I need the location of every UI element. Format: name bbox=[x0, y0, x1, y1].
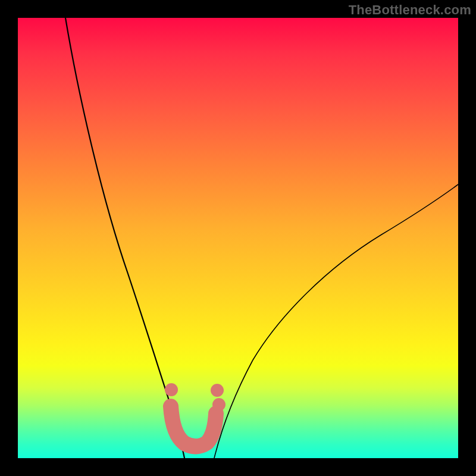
valley-dot-right-upper bbox=[211, 384, 224, 397]
valley-dot-left bbox=[165, 383, 178, 396]
chart-frame: TheBottleneck.com bbox=[0, 0, 476, 476]
plot-area bbox=[18, 18, 458, 458]
valley-marker bbox=[171, 406, 216, 446]
attribution-text: TheBottleneck.com bbox=[349, 2, 471, 18]
chart-svg bbox=[18, 18, 458, 458]
valley-dot-right-lower bbox=[212, 398, 226, 411]
bottleneck-curve-right bbox=[214, 184, 458, 458]
